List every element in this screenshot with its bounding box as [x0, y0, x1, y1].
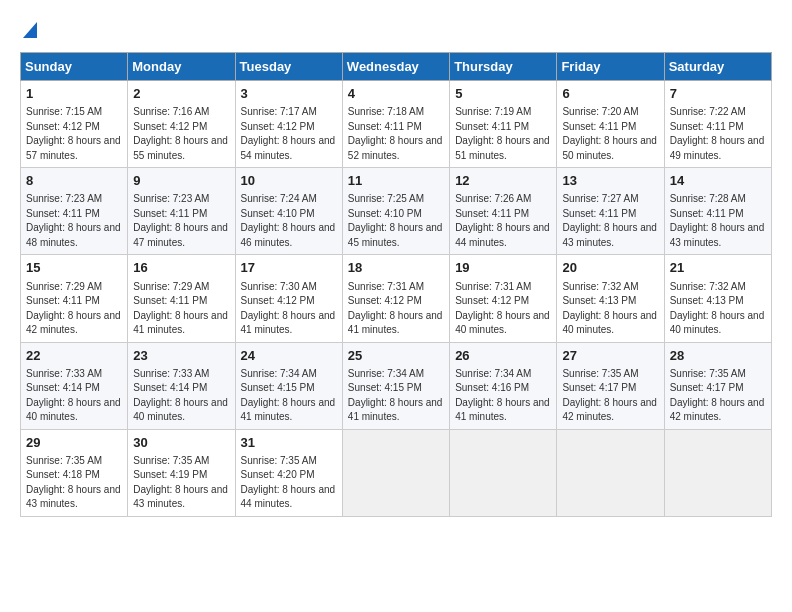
header-sunday: Sunday	[21, 53, 128, 81]
header-monday: Monday	[128, 53, 235, 81]
day-number: 25	[348, 347, 444, 365]
day-number: 22	[26, 347, 122, 365]
cell-details: Sunrise: 7:27 AMSunset: 4:11 PMDaylight:…	[562, 192, 658, 250]
cell-details: Sunrise: 7:35 AMSunset: 4:17 PMDaylight:…	[562, 367, 658, 425]
cell-details: Sunrise: 7:32 AMSunset: 4:13 PMDaylight:…	[562, 280, 658, 338]
header-wednesday: Wednesday	[342, 53, 449, 81]
calendar-cell: 11Sunrise: 7:25 AMSunset: 4:10 PMDayligh…	[342, 168, 449, 255]
cell-details: Sunrise: 7:34 AMSunset: 4:16 PMDaylight:…	[455, 367, 551, 425]
logo	[20, 20, 37, 42]
calendar-cell: 25Sunrise: 7:34 AMSunset: 4:15 PMDayligh…	[342, 342, 449, 429]
cell-details: Sunrise: 7:15 AMSunset: 4:12 PMDaylight:…	[26, 105, 122, 163]
calendar-cell: 23Sunrise: 7:33 AMSunset: 4:14 PMDayligh…	[128, 342, 235, 429]
cell-details: Sunrise: 7:23 AMSunset: 4:11 PMDaylight:…	[133, 192, 229, 250]
calendar-week-row: 8Sunrise: 7:23 AMSunset: 4:11 PMDaylight…	[21, 168, 772, 255]
cell-details: Sunrise: 7:34 AMSunset: 4:15 PMDaylight:…	[348, 367, 444, 425]
day-number: 1	[26, 85, 122, 103]
calendar-cell: 26Sunrise: 7:34 AMSunset: 4:16 PMDayligh…	[450, 342, 557, 429]
cell-details: Sunrise: 7:32 AMSunset: 4:13 PMDaylight:…	[670, 280, 766, 338]
cell-details: Sunrise: 7:23 AMSunset: 4:11 PMDaylight:…	[26, 192, 122, 250]
calendar-cell: 22Sunrise: 7:33 AMSunset: 4:14 PMDayligh…	[21, 342, 128, 429]
header-friday: Friday	[557, 53, 664, 81]
calendar-cell: 3Sunrise: 7:17 AMSunset: 4:12 PMDaylight…	[235, 81, 342, 168]
calendar-cell: 9Sunrise: 7:23 AMSunset: 4:11 PMDaylight…	[128, 168, 235, 255]
calendar-cell: 24Sunrise: 7:34 AMSunset: 4:15 PMDayligh…	[235, 342, 342, 429]
header-saturday: Saturday	[664, 53, 771, 81]
header-tuesday: Tuesday	[235, 53, 342, 81]
day-number: 16	[133, 259, 229, 277]
calendar-cell: 20Sunrise: 7:32 AMSunset: 4:13 PMDayligh…	[557, 255, 664, 342]
calendar-cell	[557, 429, 664, 516]
calendar-cell: 14Sunrise: 7:28 AMSunset: 4:11 PMDayligh…	[664, 168, 771, 255]
calendar-cell: 17Sunrise: 7:30 AMSunset: 4:12 PMDayligh…	[235, 255, 342, 342]
cell-details: Sunrise: 7:26 AMSunset: 4:11 PMDaylight:…	[455, 192, 551, 250]
calendar-cell	[450, 429, 557, 516]
day-number: 3	[241, 85, 337, 103]
cell-details: Sunrise: 7:16 AMSunset: 4:12 PMDaylight:…	[133, 105, 229, 163]
calendar-cell: 18Sunrise: 7:31 AMSunset: 4:12 PMDayligh…	[342, 255, 449, 342]
day-number: 19	[455, 259, 551, 277]
calendar-cell	[342, 429, 449, 516]
calendar-cell: 19Sunrise: 7:31 AMSunset: 4:12 PMDayligh…	[450, 255, 557, 342]
calendar-week-row: 29Sunrise: 7:35 AMSunset: 4:18 PMDayligh…	[21, 429, 772, 516]
day-number: 23	[133, 347, 229, 365]
calendar-cell: 4Sunrise: 7:18 AMSunset: 4:11 PMDaylight…	[342, 81, 449, 168]
calendar-cell: 7Sunrise: 7:22 AMSunset: 4:11 PMDaylight…	[664, 81, 771, 168]
cell-details: Sunrise: 7:18 AMSunset: 4:11 PMDaylight:…	[348, 105, 444, 163]
day-number: 5	[455, 85, 551, 103]
cell-details: Sunrise: 7:31 AMSunset: 4:12 PMDaylight:…	[348, 280, 444, 338]
day-number: 26	[455, 347, 551, 365]
day-number: 20	[562, 259, 658, 277]
cell-details: Sunrise: 7:35 AMSunset: 4:20 PMDaylight:…	[241, 454, 337, 512]
cell-details: Sunrise: 7:29 AMSunset: 4:11 PMDaylight:…	[133, 280, 229, 338]
header-thursday: Thursday	[450, 53, 557, 81]
calendar-cell: 31Sunrise: 7:35 AMSunset: 4:20 PMDayligh…	[235, 429, 342, 516]
calendar-week-row: 15Sunrise: 7:29 AMSunset: 4:11 PMDayligh…	[21, 255, 772, 342]
day-number: 29	[26, 434, 122, 452]
cell-details: Sunrise: 7:25 AMSunset: 4:10 PMDaylight:…	[348, 192, 444, 250]
day-number: 4	[348, 85, 444, 103]
cell-details: Sunrise: 7:35 AMSunset: 4:17 PMDaylight:…	[670, 367, 766, 425]
calendar-cell: 29Sunrise: 7:35 AMSunset: 4:18 PMDayligh…	[21, 429, 128, 516]
calendar-cell: 8Sunrise: 7:23 AMSunset: 4:11 PMDaylight…	[21, 168, 128, 255]
day-number: 7	[670, 85, 766, 103]
logo-triangle-icon	[23, 22, 37, 42]
day-number: 10	[241, 172, 337, 190]
calendar-cell: 5Sunrise: 7:19 AMSunset: 4:11 PMDaylight…	[450, 81, 557, 168]
day-number: 2	[133, 85, 229, 103]
calendar-cell	[664, 429, 771, 516]
svg-marker-0	[23, 22, 37, 38]
cell-details: Sunrise: 7:33 AMSunset: 4:14 PMDaylight:…	[26, 367, 122, 425]
day-number: 27	[562, 347, 658, 365]
day-number: 18	[348, 259, 444, 277]
cell-details: Sunrise: 7:24 AMSunset: 4:10 PMDaylight:…	[241, 192, 337, 250]
cell-details: Sunrise: 7:28 AMSunset: 4:11 PMDaylight:…	[670, 192, 766, 250]
day-number: 6	[562, 85, 658, 103]
calendar-table: SundayMondayTuesdayWednesdayThursdayFrid…	[20, 52, 772, 517]
calendar-header-row: SundayMondayTuesdayWednesdayThursdayFrid…	[21, 53, 772, 81]
day-number: 31	[241, 434, 337, 452]
calendar-cell: 16Sunrise: 7:29 AMSunset: 4:11 PMDayligh…	[128, 255, 235, 342]
calendar-cell: 1Sunrise: 7:15 AMSunset: 4:12 PMDaylight…	[21, 81, 128, 168]
cell-details: Sunrise: 7:30 AMSunset: 4:12 PMDaylight:…	[241, 280, 337, 338]
page-header	[20, 20, 772, 42]
day-number: 17	[241, 259, 337, 277]
calendar-cell: 30Sunrise: 7:35 AMSunset: 4:19 PMDayligh…	[128, 429, 235, 516]
calendar-cell: 10Sunrise: 7:24 AMSunset: 4:10 PMDayligh…	[235, 168, 342, 255]
day-number: 13	[562, 172, 658, 190]
calendar-cell: 27Sunrise: 7:35 AMSunset: 4:17 PMDayligh…	[557, 342, 664, 429]
day-number: 24	[241, 347, 337, 365]
day-number: 8	[26, 172, 122, 190]
cell-details: Sunrise: 7:29 AMSunset: 4:11 PMDaylight:…	[26, 280, 122, 338]
calendar-week-row: 1Sunrise: 7:15 AMSunset: 4:12 PMDaylight…	[21, 81, 772, 168]
day-number: 11	[348, 172, 444, 190]
day-number: 12	[455, 172, 551, 190]
cell-details: Sunrise: 7:34 AMSunset: 4:15 PMDaylight:…	[241, 367, 337, 425]
calendar-cell: 13Sunrise: 7:27 AMSunset: 4:11 PMDayligh…	[557, 168, 664, 255]
day-number: 28	[670, 347, 766, 365]
cell-details: Sunrise: 7:33 AMSunset: 4:14 PMDaylight:…	[133, 367, 229, 425]
cell-details: Sunrise: 7:22 AMSunset: 4:11 PMDaylight:…	[670, 105, 766, 163]
cell-details: Sunrise: 7:17 AMSunset: 4:12 PMDaylight:…	[241, 105, 337, 163]
day-number: 15	[26, 259, 122, 277]
day-number: 14	[670, 172, 766, 190]
